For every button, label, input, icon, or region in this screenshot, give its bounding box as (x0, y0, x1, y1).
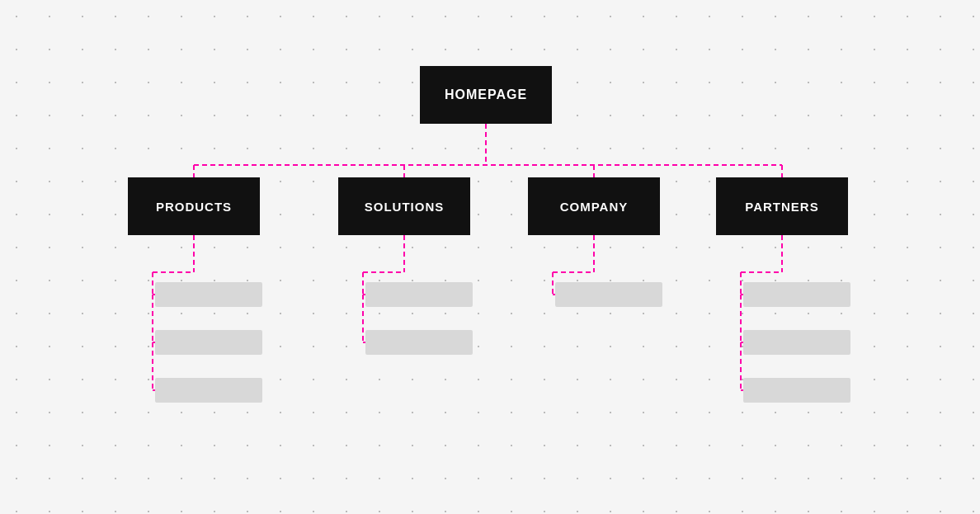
node-company[interactable]: COMPANY (528, 177, 660, 235)
products-label: PRODUCTS (156, 200, 232, 214)
homepage-label: HOMEPAGE (445, 87, 527, 102)
diagram-container: HOMEPAGE PRODUCTS SOLUTIONS COMPANY PART… (0, 0, 980, 514)
subitem-products-1[interactable] (155, 282, 262, 307)
subitem-partners-2[interactable] (743, 330, 850, 355)
node-partners[interactable]: PARTNERS (716, 177, 848, 235)
node-solutions[interactable]: SOLUTIONS (338, 177, 470, 235)
node-homepage[interactable]: HOMEPAGE (420, 66, 552, 124)
company-label: COMPANY (560, 200, 629, 214)
subitem-solutions-1[interactable] (365, 282, 473, 307)
subitem-partners-1[interactable] (743, 282, 850, 307)
subitem-products-3[interactable] (155, 378, 262, 403)
subitem-partners-3[interactable] (743, 378, 850, 403)
subitem-solutions-2[interactable] (365, 330, 473, 355)
node-products[interactable]: PRODUCTS (128, 177, 260, 235)
partners-label: PARTNERS (745, 200, 818, 214)
subitem-products-2[interactable] (155, 330, 262, 355)
solutions-label: SOLUTIONS (365, 200, 445, 214)
subitem-company-1[interactable] (555, 282, 662, 307)
